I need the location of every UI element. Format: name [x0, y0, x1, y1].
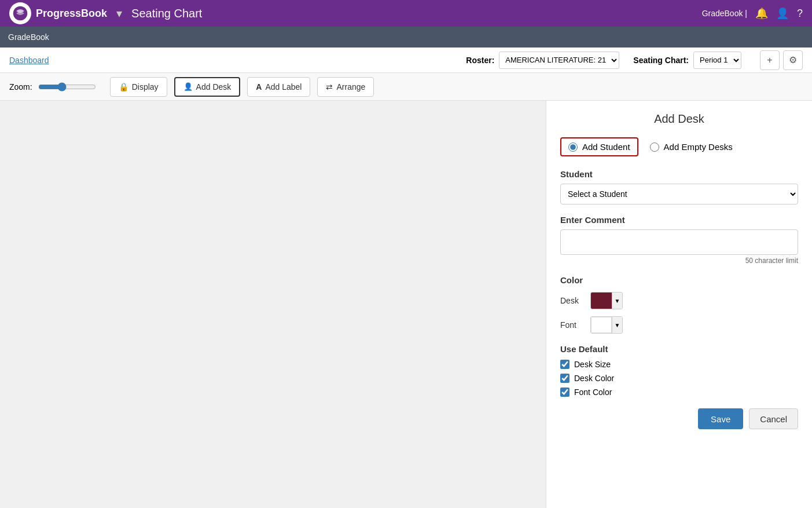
font-color-label: Font [560, 320, 583, 330]
gradebook-secondary-label: GradeBook [8, 32, 49, 42]
use-default-section: Use Default Desk Size Desk Color Font Co… [560, 344, 798, 397]
add-label-button[interactable]: A Add Label [247, 77, 310, 97]
zoom-section: Zoom: [9, 82, 96, 92]
student-label: Student [560, 169, 798, 179]
breadcrumb-bar: Dashboard Roster: AMERICAN LITERATURE: 2… [0, 47, 812, 73]
cancel-button[interactable]: Cancel [749, 408, 798, 429]
canvas-area [0, 101, 546, 508]
desk-size-row: Desk Size [560, 360, 798, 369]
bell-icon[interactable]: 🔔 [755, 7, 768, 20]
top-nav: ProgressBook ▾ Seating Chart GradeBook |… [0, 0, 812, 27]
main-area: Add Desk Add Student Add Empty Desks Stu… [0, 101, 812, 508]
roster-section: Roster: AMERICAN LITERATURE: 21 [466, 52, 619, 69]
save-button[interactable]: Save [698, 408, 743, 429]
dashboard-link[interactable]: Dashboard [9, 56, 49, 65]
add-student-option[interactable]: Add Student [560, 137, 638, 156]
desk-color-checkbox[interactable] [560, 374, 569, 383]
toolbar: Zoom: 🔒 Display 👤 Add Desk A Add Label ⇄… [0, 73, 812, 101]
student-select[interactable]: Select a Student [560, 184, 798, 204]
logo-text: ProgressBook [36, 8, 107, 20]
icon-buttons: + ⚙ [760, 50, 803, 70]
desk-color-checkbox-row: Desk Color [560, 374, 798, 383]
desk-color-swatch [591, 293, 612, 309]
display-button[interactable]: 🔒 Display [110, 77, 167, 97]
add-desk-icon: 👤 [183, 82, 193, 91]
secondary-bar: GradeBook [0, 27, 812, 47]
add-student-label: Add Student [582, 142, 630, 152]
nav-right: GradeBook | 🔔 👤 ? [702, 7, 803, 20]
add-button[interactable]: + [760, 50, 780, 70]
progressbook-logo [9, 2, 31, 24]
add-desk-button[interactable]: 👤 Add Desk [174, 77, 241, 97]
add-empty-label: Add Empty Desks [664, 142, 733, 152]
font-color-checkbox[interactable] [560, 388, 569, 397]
panel-title: Add Desk [560, 112, 798, 126]
desk-color-cb-label: Desk Color [574, 374, 614, 383]
desk-color-label: Desk [560, 296, 583, 305]
seating-label: Seating Chart: [633, 56, 689, 65]
roster-label: Roster: [466, 56, 494, 65]
font-color-checkbox-row: Font Color [560, 388, 798, 397]
font-color-row: Font ▼ [560, 316, 798, 334]
desk-color-arrow: ▼ [612, 293, 622, 309]
font-color-arrow: ▼ [612, 317, 622, 333]
zoom-slider[interactable] [38, 82, 96, 92]
seating-chart-select[interactable]: Period 1 [693, 52, 741, 69]
settings-button[interactable]: ⚙ [783, 50, 803, 70]
desk-size-label: Desk Size [574, 360, 611, 369]
font-color-swatch [591, 317, 612, 333]
help-icon[interactable]: ? [797, 8, 803, 20]
nav-left: ProgressBook ▾ Seating Chart [9, 2, 202, 24]
font-color-cb-label: Font Color [574, 388, 612, 397]
desk-size-checkbox[interactable] [560, 360, 569, 369]
add-label-icon: A [256, 82, 262, 92]
char-limit: 50 character limit [560, 257, 798, 265]
roster-select[interactable]: AMERICAN LITERATURE: 21 [499, 52, 619, 69]
comment-input[interactable] [560, 229, 798, 255]
logo-area: ProgressBook [9, 2, 107, 24]
add-student-radio[interactable] [568, 142, 578, 152]
lock-icon: 🔒 [119, 82, 128, 92]
zoom-label: Zoom: [9, 82, 32, 92]
arrange-icon: ⇄ [326, 82, 333, 92]
page-title: Seating Chart [131, 7, 202, 20]
comment-label: Enter Comment [560, 215, 798, 225]
use-default-label: Use Default [560, 344, 798, 354]
seating-section: Seating Chart: Period 1 [633, 52, 741, 69]
add-empty-radio[interactable] [650, 142, 659, 152]
gradebook-label: GradeBook | [702, 9, 747, 18]
desk-color-picker[interactable]: ▼ [590, 292, 623, 309]
color-section-label: Color [560, 275, 798, 285]
radio-group: Add Student Add Empty Desks [560, 137, 798, 156]
arrange-button[interactable]: ⇄ Arrange [317, 77, 374, 97]
nav-divider: ▾ [116, 6, 122, 20]
action-buttons: Save Cancel [560, 408, 798, 429]
add-empty-option[interactable]: Add Empty Desks [650, 142, 733, 152]
user-icon[interactable]: 👤 [776, 7, 789, 20]
right-panel: Add Desk Add Student Add Empty Desks Stu… [546, 101, 812, 508]
desk-color-row: Desk ▼ [560, 292, 798, 309]
font-color-picker[interactable]: ▼ [590, 316, 623, 334]
